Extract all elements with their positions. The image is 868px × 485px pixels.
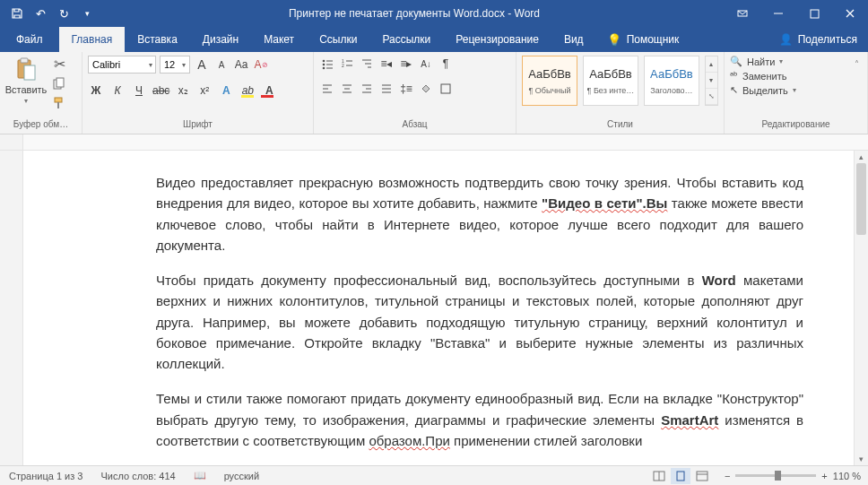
grow-font-icon[interactable]: A bbox=[194, 56, 210, 73]
tab-design[interactable]: Дизайн bbox=[190, 27, 251, 52]
document-area: Видео предоставляет прекрасную возможнос… bbox=[0, 151, 868, 465]
paragraph-2[interactable]: Чтобы придать документу профессиональный… bbox=[156, 270, 803, 374]
web-layout-icon[interactable] bbox=[692, 468, 712, 484]
tab-file[interactable]: Файл bbox=[0, 27, 59, 52]
scroll-down-icon[interactable]: ▾ bbox=[855, 453, 868, 465]
style-normal[interactable]: АаБбВв ¶ Обычный bbox=[522, 56, 577, 106]
svg-rect-5 bbox=[24, 65, 35, 80]
svg-point-12 bbox=[323, 67, 326, 70]
share-icon: 👤 bbox=[779, 33, 793, 46]
tab-home[interactable]: Главная bbox=[59, 27, 126, 52]
redo-icon[interactable]: ↻ bbox=[54, 4, 74, 23]
svg-text:2: 2 bbox=[342, 63, 344, 68]
font-name-combo[interactable]: Calibri▾ bbox=[88, 56, 156, 74]
status-spellcheck-icon[interactable]: 📖 bbox=[185, 470, 215, 481]
tab-review[interactable]: Рецензирование bbox=[443, 27, 551, 52]
paragraph-3[interactable]: Темы и стили также помогают придать доку… bbox=[156, 388, 803, 451]
ruler[interactable] bbox=[0, 134, 868, 151]
vertical-ruler[interactable] bbox=[0, 151, 23, 465]
save-icon[interactable] bbox=[7, 4, 27, 23]
vertical-scrollbar[interactable]: ▴ ▾ bbox=[854, 151, 868, 465]
zoom-controls: − + 110 % bbox=[717, 471, 868, 481]
multilevel-list-icon[interactable] bbox=[359, 56, 375, 72]
status-bar: Страница 1 из 3 Число слов: 414 📖 русски… bbox=[0, 465, 868, 485]
scroll-thumb[interactable] bbox=[856, 163, 866, 235]
show-marks-icon[interactable]: ¶ bbox=[438, 56, 454, 72]
subscript-button[interactable]: x₂ bbox=[175, 82, 191, 99]
tab-insert[interactable]: Вставка bbox=[125, 27, 190, 52]
qat-dropdown-icon[interactable]: ▾ bbox=[77, 4, 97, 23]
maximize-icon[interactable] bbox=[796, 0, 832, 27]
underline-button[interactable]: Ч bbox=[131, 82, 147, 99]
align-left-icon[interactable] bbox=[319, 81, 335, 97]
tell-me[interactable]: 💡Помощник bbox=[596, 27, 690, 52]
paste-button[interactable]: Вставить ▾ bbox=[5, 56, 47, 105]
zoom-in-button[interactable]: + bbox=[821, 471, 827, 481]
strikethrough-button[interactable]: abc bbox=[152, 82, 169, 99]
borders-icon[interactable] bbox=[438, 81, 454, 97]
bold-button[interactable]: Ж bbox=[88, 82, 104, 99]
group-font-label: Шрифт bbox=[88, 117, 308, 132]
italic-button[interactable]: К bbox=[109, 82, 126, 99]
tab-references[interactable]: Ссылки bbox=[307, 27, 369, 52]
status-word-count[interactable]: Число слов: 414 bbox=[91, 471, 184, 481]
status-page[interactable]: Страница 1 из 3 bbox=[0, 471, 91, 481]
close-icon[interactable] bbox=[832, 0, 868, 27]
svg-point-10 bbox=[323, 60, 326, 63]
cursor-icon: ↖ bbox=[730, 84, 738, 96]
zoom-slider[interactable] bbox=[735, 474, 816, 477]
shading-icon[interactable] bbox=[418, 81, 434, 97]
ribbon-options-icon[interactable] bbox=[725, 0, 760, 27]
superscript-button[interactable]: x² bbox=[196, 82, 213, 99]
scroll-up-icon[interactable]: ▴ bbox=[855, 151, 868, 163]
decrease-indent-icon[interactable]: ≡◂ bbox=[378, 56, 395, 72]
justify-icon[interactable] bbox=[378, 81, 395, 97]
font-color-icon[interactable]: A bbox=[261, 82, 277, 99]
format-painter-icon[interactable] bbox=[50, 95, 68, 111]
cut-icon[interactable]: ✂ bbox=[50, 56, 68, 72]
font-size-combo[interactable]: 12▾ bbox=[160, 56, 190, 74]
paragraph-1[interactable]: Видео предоставляет прекрасную возможнос… bbox=[156, 172, 803, 255]
find-button[interactable]: 🔍Найти▾ bbox=[730, 56, 796, 67]
styles-gallery-scroll[interactable]: ▴▾⤡ bbox=[705, 56, 718, 106]
style-no-spacing[interactable]: АаБбВв ¶ Без инте… bbox=[583, 56, 638, 106]
document-page[interactable]: Видео предоставляет прекрасную возможнос… bbox=[23, 151, 854, 465]
select-button[interactable]: ↖Выделить▾ bbox=[730, 84, 796, 96]
bullets-icon[interactable] bbox=[319, 56, 335, 72]
tab-mailings[interactable]: Рассылки bbox=[369, 27, 443, 52]
share-button[interactable]: 👤Поделиться bbox=[768, 27, 868, 52]
style-heading1[interactable]: АаБбВв Заголово… bbox=[644, 56, 699, 106]
sort-icon[interactable]: A↓ bbox=[418, 56, 434, 72]
shrink-font-icon[interactable]: A bbox=[213, 56, 230, 73]
increase-indent-icon[interactable]: ≡▸ bbox=[398, 56, 414, 72]
clear-formatting-icon[interactable]: A⊘ bbox=[253, 56, 269, 73]
highlight-color-icon[interactable]: ab bbox=[239, 82, 256, 99]
align-center-icon[interactable] bbox=[339, 81, 355, 97]
tab-view[interactable]: Вид bbox=[551, 27, 596, 52]
group-styles-label: Стили bbox=[522, 117, 718, 132]
text-effects-icon[interactable]: A bbox=[218, 82, 234, 99]
ribbon-tabs: Файл Главная Вставка Дизайн Макет Ссылки… bbox=[0, 27, 868, 52]
replace-button[interactable]: ᵃᵇЗаменить bbox=[730, 70, 796, 82]
status-language[interactable]: русский bbox=[215, 471, 268, 481]
ribbon: ˄ Вставить ▾ ✂ Буфер обм… Calibri▾ 12▾ A… bbox=[0, 52, 868, 134]
undo-icon[interactable]: ↶ bbox=[30, 4, 50, 23]
replace-icon: ᵃᵇ bbox=[730, 70, 738, 82]
svg-rect-2 bbox=[811, 10, 819, 18]
group-paragraph-label: Абзац bbox=[319, 117, 510, 132]
window-title: Принтер не печатает документы Word.docx … bbox=[104, 7, 725, 20]
numbering-icon[interactable]: 12 bbox=[339, 56, 355, 72]
change-case-icon[interactable]: Aa bbox=[233, 56, 249, 73]
tab-layout[interactable]: Макет bbox=[251, 27, 307, 52]
print-layout-icon[interactable] bbox=[671, 468, 690, 484]
share-label: Поделиться bbox=[798, 33, 857, 46]
line-spacing-icon[interactable]: ‡≡ bbox=[398, 81, 414, 97]
zoom-level[interactable]: 110 % bbox=[833, 471, 861, 481]
collapse-ribbon-icon[interactable]: ˄ bbox=[848, 56, 864, 72]
search-icon: 🔍 bbox=[730, 56, 742, 67]
align-right-icon[interactable] bbox=[359, 81, 375, 97]
minimize-icon[interactable] bbox=[760, 0, 796, 27]
read-mode-icon[interactable] bbox=[649, 468, 669, 484]
copy-icon[interactable] bbox=[50, 75, 68, 91]
zoom-out-button[interactable]: − bbox=[725, 471, 730, 481]
